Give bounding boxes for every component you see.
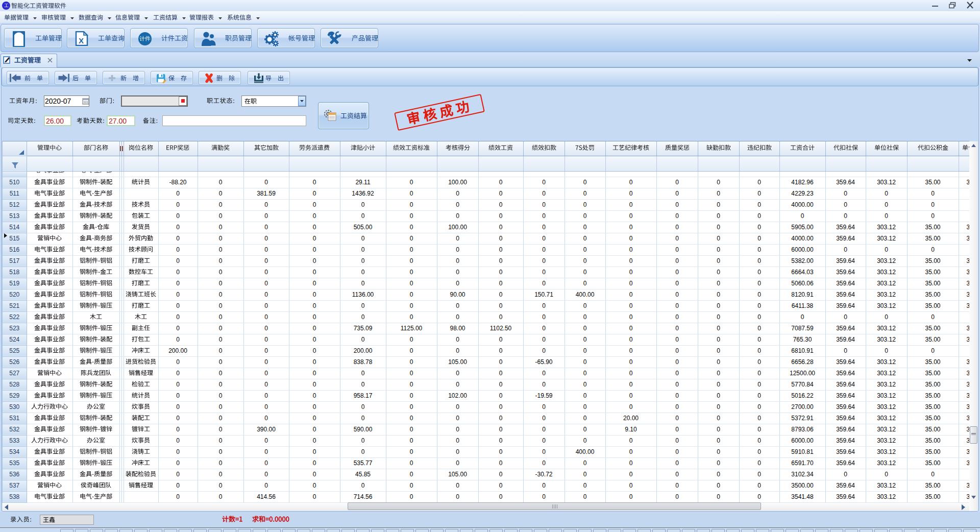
svg-text:X: X xyxy=(79,36,84,45)
